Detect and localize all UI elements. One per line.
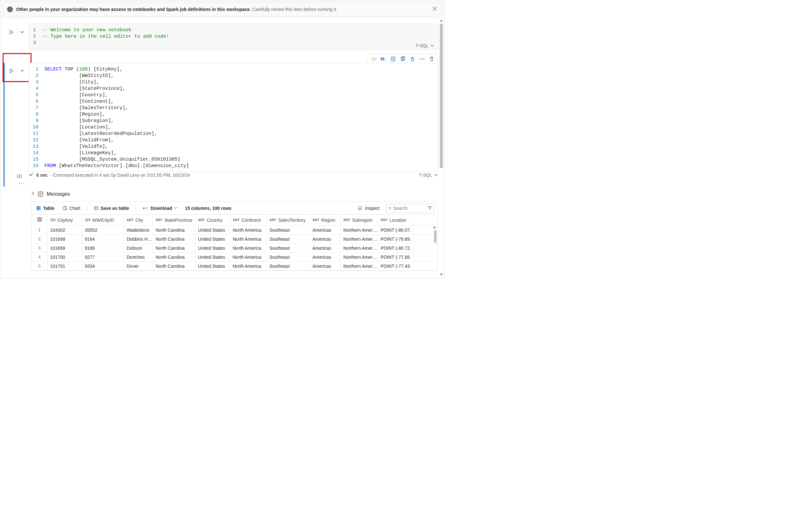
table-cell: North America [230, 225, 267, 234]
chevron-down-icon [20, 69, 24, 73]
download-button[interactable]: Download [141, 204, 179, 213]
table-cell: Northern Amer… [341, 244, 378, 252]
code-body[interactable]: -- Welcome to your new notebook -- Type … [42, 27, 434, 46]
banner-rest-text: Carefully review this item before runnin… [252, 7, 338, 12]
toolbar-separator [87, 205, 87, 212]
view-table-button[interactable]: Table [35, 204, 56, 213]
table-cell: United States [196, 262, 230, 270]
app-root: i Other people in your organization may … [0, 0, 444, 278]
language-selector[interactable]: T-SQL [419, 172, 438, 178]
markdown-button[interactable]: M↓ [379, 55, 388, 63]
table-cell: Northern Amer… [341, 253, 378, 261]
cell-1: 123 -- Welcome to your new notebook -- T… [3, 24, 438, 50]
column-header[interactable]: ANYContinent [230, 215, 267, 225]
svg-point-7 [422, 59, 423, 59]
annotation-box [3, 53, 31, 82]
chevron-down-icon [174, 207, 177, 209]
table-cell: 9164 [82, 235, 124, 243]
column-header[interactable]: ANYStateProvince [153, 215, 196, 225]
table-row[interactable]: 41017009277DortchesNorth CarolinaUnited … [31, 253, 437, 262]
code-body[interactable]: SELECT TOP (100) [CityKey], [WWICityID],… [45, 66, 434, 169]
banner-bold-text: Other people in your organization may ha… [16, 7, 251, 12]
code-editor[interactable]: 123 -- Welcome to your new notebook -- T… [29, 24, 438, 50]
column-header[interactable]: 123WWICityID [82, 215, 124, 225]
svg-point-8 [424, 59, 425, 59]
view-chart-button[interactable]: Chart [61, 204, 82, 213]
more-actions-button[interactable] [417, 55, 427, 63]
column-header[interactable]: ANYRegion [310, 215, 341, 225]
close-icon [432, 6, 437, 11]
language-label: T-SQL [419, 172, 432, 178]
search-box[interactable] [386, 204, 434, 213]
execution-count: [1] [17, 173, 22, 178]
exec-duration: 6 sec [36, 172, 48, 178]
table-header: 123CityKey123WWICityIDANYCityANYStatePro… [31, 215, 437, 225]
notebook-scroll-area: 123 -- Welcome to your new notebook -- T… [0, 19, 444, 278]
table-cell: Northern Amer… [341, 235, 378, 243]
lock-button[interactable] [408, 55, 417, 63]
run-options-chevron[interactable] [20, 69, 24, 73]
table-cell: North America [230, 262, 267, 270]
table-row[interactable]: 110430235552WadesboroNorth CarolinaUnite… [31, 225, 437, 235]
table-scroll-up-icon[interactable] [433, 226, 436, 228]
copilot-button[interactable] [369, 55, 378, 63]
table-scrollbar-thumb[interactable] [434, 230, 437, 243]
filter-button[interactable] [425, 206, 432, 211]
run-cell-button[interactable] [9, 29, 14, 35]
inspect-button[interactable]: Inspect [356, 204, 381, 213]
svg-rect-23 [38, 218, 41, 221]
column-header[interactable]: ANYSubregion [341, 215, 378, 225]
scrollbar-thumb[interactable] [440, 24, 443, 168]
copy-icon [400, 56, 405, 61]
clear-output-button[interactable] [389, 55, 398, 63]
results-toolbar: Table Chart Save as table [31, 202, 437, 215]
table-cell: Southeast [267, 235, 310, 243]
svg-rect-5 [411, 59, 414, 61]
table-cell: 101698 [48, 235, 82, 243]
results-panel: Table Chart Save as table [31, 201, 438, 271]
banner-close-button[interactable] [431, 5, 438, 14]
table-row[interactable]: 31016999166DobsonNorth CarolinaUnited St… [31, 244, 437, 253]
table-cell: Americas [310, 244, 341, 252]
code-editor[interactable]: 12345678910111213141516 SELECT TOP (100)… [29, 63, 438, 171]
messages-chevron[interactable] [31, 191, 34, 197]
copy-button[interactable] [398, 55, 407, 63]
page-scrollbar[interactable] [440, 20, 443, 275]
table-cell: North America [230, 253, 267, 261]
column-header[interactable]: ANYSalesTerritory [267, 215, 310, 225]
results-table: 123CityKey123WWICityIDANYCityANYStatePro… [31, 215, 437, 271]
gutter: 12345678910111213141516 [33, 66, 45, 169]
chevron-down-icon [434, 174, 438, 177]
results-summary: 15 columns, 100 rows [185, 206, 231, 211]
cell-more-menu[interactable]: ⋯ [18, 180, 438, 187]
scroll-up-icon[interactable] [440, 20, 443, 22]
svg-rect-17 [38, 210, 39, 210]
table-cell: Southeast [267, 253, 310, 261]
run-options-chevron[interactable] [20, 31, 24, 34]
chevron-down-icon [430, 45, 434, 47]
table-cell: North America [230, 235, 267, 243]
row-number-header[interactable] [31, 215, 48, 225]
scroll-down-icon[interactable] [440, 274, 443, 275]
column-header[interactable]: ANYLocation [378, 215, 413, 225]
save-as-table-button[interactable]: Save as table [92, 204, 130, 213]
column-header[interactable]: ANYCountry [196, 215, 230, 225]
table-row[interactable]: 51017019334DoverNorth CarolinaUnited Sta… [31, 262, 437, 271]
table-cell: United States [196, 225, 230, 234]
run-cell-button[interactable] [9, 68, 14, 74]
language-selector[interactable]: T-SQL [416, 43, 434, 48]
table-row[interactable]: 21016989164Dobbins H…North CarolinaUnite… [31, 235, 437, 244]
svg-point-1 [374, 58, 376, 60]
table-cell: Northern Amer… [341, 225, 378, 234]
messages-title: Messages [47, 191, 70, 197]
table-cell: POINT (-77.85. [378, 253, 413, 261]
lock-icon [410, 56, 415, 61]
delete-cell-button[interactable] [427, 55, 436, 63]
column-header[interactable]: 123CityKey [48, 215, 82, 225]
column-header[interactable]: ANYCity [124, 215, 153, 225]
filter-icon [428, 206, 432, 210]
svg-point-6 [420, 59, 421, 59]
svg-rect-18 [40, 210, 40, 210]
messages-header[interactable]: Messages [31, 191, 438, 197]
search-input[interactable] [394, 206, 423, 211]
